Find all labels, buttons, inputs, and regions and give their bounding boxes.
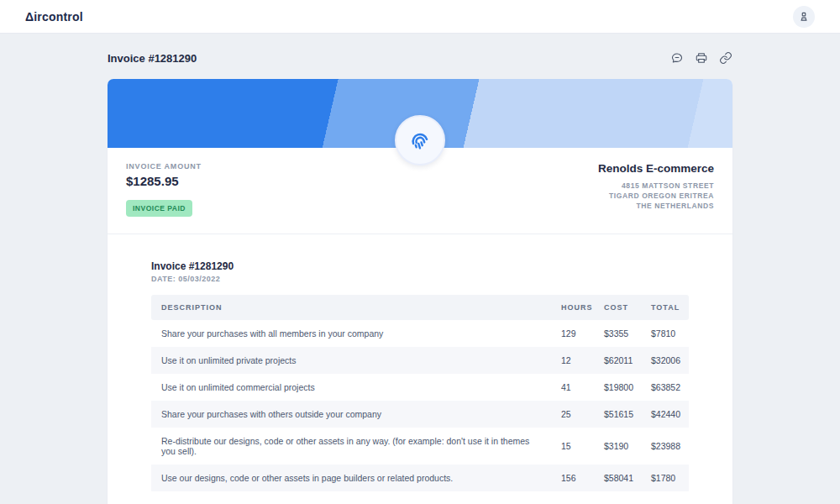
company-block: Renolds E-commerce 4815 MATTSON STREET T… xyxy=(598,162,714,217)
invoice-number: Invoice #1281290 xyxy=(151,260,689,272)
col-description: DESCRIPTION xyxy=(151,295,561,320)
cell-cost: $3190 xyxy=(604,428,651,465)
status-badge: INVOICE PAID xyxy=(126,200,192,217)
col-hours: HOURS xyxy=(561,295,604,320)
cell-hours: 12 xyxy=(561,347,604,374)
page-title: Invoice #1281290 xyxy=(108,52,197,65)
app-logo[interactable]: Δircontrol xyxy=(25,10,83,24)
avatar[interactable] xyxy=(793,6,815,28)
total-row: Total $1780 xyxy=(151,491,689,504)
company-address: 4815 MATTSON STREET TIGARD OREGON ERITRE… xyxy=(598,181,714,211)
table-row: Re-distribute our designs, code or other… xyxy=(151,428,689,465)
table-row: Share your purchases with others outside… xyxy=(151,401,689,428)
address-line: THE NETHERLANDS xyxy=(598,201,714,211)
cell-description: Re-distribute our designs, code or other… xyxy=(151,428,561,465)
brand-badge xyxy=(395,115,445,165)
comment-icon[interactable] xyxy=(670,51,684,65)
cell-description: Share your purchases with others outside… xyxy=(151,401,561,428)
cell-hours: 156 xyxy=(561,465,604,491)
cell-cost: $62011 xyxy=(604,347,651,374)
page-head: Invoice #1281290 xyxy=(108,51,732,65)
table-row: Use our designs, code or other assets in… xyxy=(151,465,689,491)
cell-cost: $19800 xyxy=(604,374,651,401)
toolbar xyxy=(670,51,732,65)
cell-total: $7810 xyxy=(651,320,689,347)
total-label: Total xyxy=(604,491,651,504)
main-content: Invoice #1281290 xyxy=(108,34,732,504)
invoice-table-body: Share your purchases with all members in… xyxy=(151,320,689,491)
col-cost: COST xyxy=(604,295,651,320)
amount-label: INVOICE AMOUNT xyxy=(126,162,202,171)
address-line: TIGARD OREGON ERITREA xyxy=(598,191,714,201)
cell-cost: $3355 xyxy=(604,320,651,347)
cell-hours: 129 xyxy=(561,320,604,347)
cell-cost: $58041 xyxy=(604,465,651,491)
total-value: $1780 xyxy=(651,491,689,504)
invoice-detail: Invoice #1281290 DATE: 05/03/2022 DESCRI… xyxy=(108,234,732,504)
cell-description: Use it on unlimited commercial projects xyxy=(151,374,561,401)
link-icon[interactable] xyxy=(719,51,732,65)
cell-total: $1780 xyxy=(651,465,689,491)
cell-total: $63852 xyxy=(651,374,689,401)
cell-description: Use it on unlimited private projects xyxy=(151,347,561,374)
user-icon xyxy=(798,11,810,23)
cell-total: $42440 xyxy=(651,401,689,428)
col-total: TOTAL xyxy=(651,295,689,320)
print-icon[interactable] xyxy=(695,51,708,65)
fingerprint-icon xyxy=(408,129,432,152)
cell-cost: $51615 xyxy=(604,401,651,428)
cell-hours: 25 xyxy=(561,401,604,428)
amount-value: $1285.95 xyxy=(126,174,202,188)
cell-hours: 15 xyxy=(561,428,604,465)
table-row: Share your purchases with all members in… xyxy=(151,320,689,347)
topbar: Δircontrol xyxy=(0,0,840,34)
cell-hours: 41 xyxy=(561,374,604,401)
invoice-card: INVOICE AMOUNT $1285.95 INVOICE PAID Ren… xyxy=(108,79,732,504)
invoice-date: DATE: 05/03/2022 xyxy=(151,275,689,283)
cell-total: $23988 xyxy=(651,428,689,465)
table-header-row: DESCRIPTION HOURS COST TOTAL xyxy=(151,295,689,320)
cell-total: $32006 xyxy=(651,347,689,374)
amount-block: INVOICE AMOUNT $1285.95 INVOICE PAID xyxy=(126,162,202,217)
invoice-table: DESCRIPTION HOURS COST TOTAL Share your … xyxy=(151,295,689,504)
address-line: 4815 MATTSON STREET xyxy=(598,181,714,191)
cell-description: Use our designs, code or other assets in… xyxy=(151,465,561,491)
company-name: Renolds E-commerce xyxy=(598,162,714,175)
cell-description: Share your purchases with all members in… xyxy=(151,320,561,347)
table-row: Use it on unlimited private projects12$6… xyxy=(151,347,689,374)
table-row: Use it on unlimited commercial projects4… xyxy=(151,374,689,401)
invoice-banner xyxy=(108,79,732,148)
